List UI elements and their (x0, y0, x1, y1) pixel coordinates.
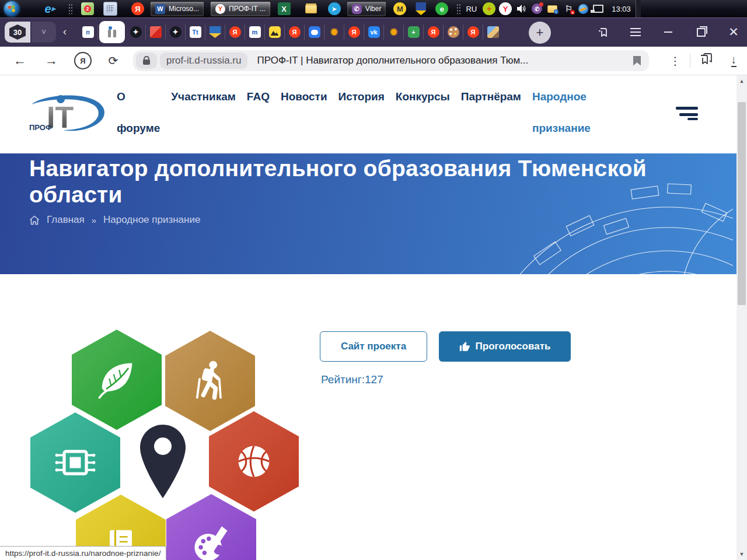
nav-item-novosti[interactable]: Новости (281, 81, 327, 113)
downloads-icon[interactable]: ↓ (731, 54, 737, 67)
tab-palette[interactable] (444, 24, 463, 40)
tab-sparkle-1[interactable]: ✦ (126, 24, 146, 40)
bookmark-icon[interactable] (633, 56, 641, 66)
nav-item-konkursy[interactable]: Конкурсы (396, 81, 450, 113)
scroll-up-icon[interactable]: ▲ (736, 76, 747, 86)
tab-yandex-5[interactable]: Я (463, 24, 483, 40)
scrollbar-thumb[interactable] (738, 102, 746, 305)
tab-scroll-left-icon[interactable]: ‹ (63, 26, 67, 38)
profit-task-button[interactable]: Y ПРОФ-IT ... (210, 1, 271, 16)
browser-tab-strip: 30 ˅ ‹ п✦✦TtЯmЯ✹Яvk✹+ЯЯ + ✕ (0, 18, 747, 47)
nav-item-partneram[interactable]: Партнёрам (461, 81, 521, 113)
nav-item-istoriya[interactable]: История (338, 81, 385, 113)
browser-menu-icon[interactable] (629, 26, 642, 38)
scroll-down-icon[interactable]: ▼ (736, 550, 747, 559)
address-bar[interactable]: prof-it.d-russia.ru ПРОФ-IT | Навигатор … (133, 50, 649, 71)
side-panel-icon[interactable] (596, 26, 609, 38)
action-center-flag-icon[interactable]: ⚐✕ (562, 2, 575, 15)
viber-task-button[interactable]: ✆ Viber (347, 1, 387, 16)
volume-icon[interactable] (515, 2, 528, 15)
ie-icon[interactable]: e▶ (44, 2, 57, 15)
refresh-icon[interactable]: ⟳ (103, 47, 124, 75)
tab-sun-2[interactable]: ✹ (384, 24, 404, 40)
tab-sun-1[interactable]: ✹ (324, 24, 344, 40)
map-2gis-icon[interactable]: 2 (81, 2, 94, 15)
address-domain[interactable]: prof-it.d-russia.ru (160, 52, 247, 69)
show-desktop-button[interactable] (636, 0, 641, 18)
tab-green-plus[interactable]: + (404, 24, 424, 40)
tab-picture[interactable] (483, 24, 502, 40)
antivirus-tray-icon[interactable]: + (483, 2, 495, 15)
basketball-icon (232, 440, 275, 483)
leaf-icon (95, 358, 138, 401)
tab-sparkle-2[interactable]: ✦ (166, 24, 186, 40)
restore-button[interactable] (694, 26, 707, 38)
tab-red-grid[interactable] (146, 24, 166, 40)
tab-yandex-3[interactable]: Я (344, 24, 364, 40)
start-button[interactable] (4, 1, 19, 16)
metro-icon[interactable]: M (393, 2, 406, 15)
minimize-button[interactable] (662, 26, 675, 38)
back-icon[interactable]: ← (9, 47, 30, 75)
tab-yandex-4[interactable]: Я (424, 24, 444, 40)
tab-tt[interactable]: Tt (186, 24, 205, 40)
language-indicator[interactable]: RU (466, 5, 477, 13)
tab-emblem[interactable] (205, 24, 225, 40)
lock-icon[interactable] (136, 52, 157, 69)
tab-counter-badge[interactable]: 30 (5, 22, 30, 43)
tab-p-letter[interactable]: п (78, 24, 98, 40)
tab-vk[interactable]: vk (364, 24, 384, 40)
hex-technology (30, 412, 120, 513)
tab-list-chevron[interactable]: ˅ (32, 22, 56, 43)
address-page-title: ПРОФ-IT | Навигатор дополнительного обра… (257, 55, 528, 66)
calculator-icon[interactable] (103, 2, 117, 16)
home-icon[interactable] (29, 215, 40, 225)
tab-m-snow[interactable]: m (245, 24, 265, 40)
telegram-icon[interactable]: ➤ (328, 2, 341, 15)
collections-icon[interactable] (699, 53, 713, 68)
breadcrumb-home[interactable]: Главная (47, 214, 85, 226)
nav-item-faq[interactable]: FAQ (247, 81, 270, 113)
project-site-button[interactable]: Сайт проекта (320, 331, 427, 362)
network-tray-icon[interactable] (592, 2, 605, 15)
close-button[interactable]: ✕ (727, 26, 740, 38)
word-task-button[interactable]: W Microso... (150, 1, 204, 16)
browser-toolbar: ← → Я ⟳ prof-it.d-russia.ru ПРОФ-IT | На… (0, 47, 747, 75)
new-tab-button[interactable]: + (529, 22, 551, 44)
nav-item-uchastnikam[interactable]: Участникам (171, 81, 236, 113)
emblem-icon[interactable] (416, 2, 426, 15)
page-scrollbar[interactable]: ▲ ▼ (736, 75, 747, 560)
clock[interactable]: 13:03 (612, 5, 631, 13)
tab-profit-active[interactable] (99, 21, 125, 43)
green-e-icon[interactable]: e (435, 2, 448, 15)
yandex-icon[interactable]: Я (131, 2, 144, 15)
windows-taskbar: e▶ 2 Я W Microso... Y ПРОФ-IT ... X ➤ ✆ … (0, 0, 747, 18)
excel-icon[interactable]: X (278, 2, 291, 15)
rating-text: Рейтинг:127 (321, 373, 383, 386)
yandex-tray-icon[interactable]: Y (499, 2, 512, 15)
profit-logo[interactable]: IT ПРОФ (28, 92, 107, 137)
breadcrumb-separator: » (92, 215, 96, 225)
tab-messenger[interactable] (305, 24, 324, 40)
nav-item-o-forume[interactable]: О форуме (117, 81, 160, 144)
site-menu-icon[interactable] (675, 107, 698, 120)
yandex-home-icon[interactable]: Я (72, 47, 93, 75)
folder-icon[interactable] (305, 2, 317, 15)
tab-images[interactable] (265, 24, 285, 40)
vote-button[interactable]: Проголосовать (439, 331, 571, 362)
hex-tourism (165, 331, 255, 431)
tray-expand-icon[interactable] (456, 4, 461, 14)
folder-info-tray-icon[interactable]: i (546, 2, 558, 15)
viber-tray-icon[interactable]: ✆ (532, 4, 542, 14)
nav-item-narodnoe-priznanie[interactable]: Народное признание (532, 81, 591, 144)
tab-yandex-2[interactable]: Я (285, 24, 305, 40)
forward-icon[interactable]: → (41, 47, 62, 75)
svg-text:ПРОФ: ПРОФ (29, 123, 52, 132)
breadcrumb-current: Народное признание (103, 214, 200, 226)
yandex-browser-icon: Y (215, 4, 225, 14)
hex-ecology (72, 330, 162, 430)
more-options-icon[interactable]: ⋮ (670, 54, 682, 68)
update-tray-icon[interactable] (578, 4, 588, 14)
tab-yandex-1[interactable]: Я (225, 24, 245, 40)
status-bar-url: https://prof-it.d-russia.ru/narodnoe-pri… (0, 546, 166, 560)
